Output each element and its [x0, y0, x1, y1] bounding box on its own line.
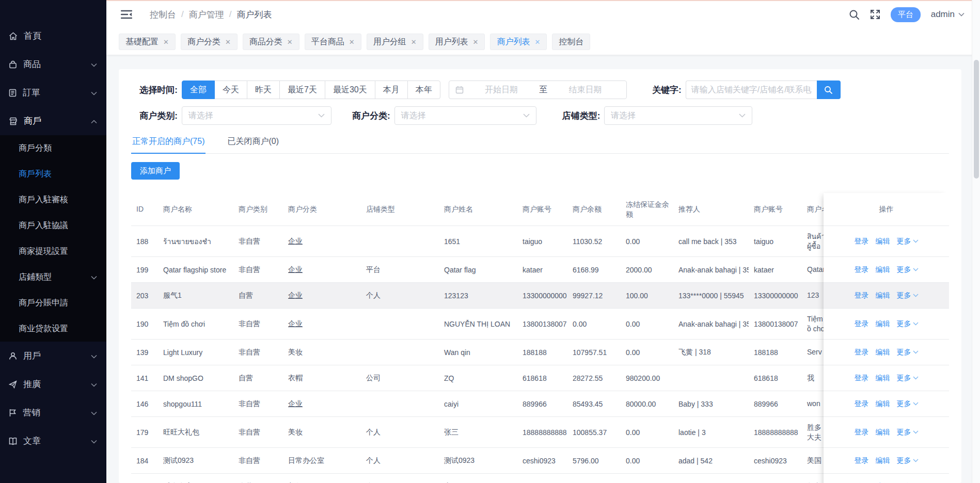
- search-icon[interactable]: [849, 9, 860, 20]
- tab-2[interactable]: 已关闭商户(0): [226, 132, 280, 154]
- user-menu[interactable]: admin: [931, 9, 965, 20]
- table-cell[interactable]: 企业: [283, 291, 361, 300]
- table-cell: DM shopGO: [158, 374, 233, 382]
- login-action-link[interactable]: 登录: [855, 399, 869, 409]
- opened-tag-控制台[interactable]: 控制台: [552, 34, 590, 50]
- close-icon[interactable]: ✕: [163, 38, 169, 46]
- scrollbar-thumb[interactable]: [974, 60, 979, 179]
- login-action-link[interactable]: 登录: [855, 319, 869, 329]
- sidebar-item-2[interactable]: 商品: [0, 50, 106, 78]
- opened-tag-用户分组[interactable]: 用户分组✕: [367, 34, 423, 50]
- table-cell: 我: [802, 373, 824, 383]
- table-cell: 618618: [517, 374, 567, 382]
- more-action-link[interactable]: 更多: [897, 428, 919, 437]
- login-action-link[interactable]: 登录: [855, 237, 869, 246]
- sidebar-item-1[interactable]: 首頁: [0, 22, 106, 50]
- time-range-最近7天[interactable]: 最近7天: [279, 81, 325, 99]
- keyword-input[interactable]: [686, 81, 817, 99]
- tab-1[interactable]: 正常开启的商户(75): [131, 132, 206, 154]
- more-action-link[interactable]: 更多: [897, 265, 919, 275]
- edit-action-link[interactable]: 编辑: [876, 291, 890, 300]
- close-icon[interactable]: ✕: [534, 38, 540, 46]
- goods-icon: [9, 60, 17, 69]
- table-cell[interactable]: 企业: [283, 265, 361, 275]
- more-action-link[interactable]: 更多: [897, 348, 919, 357]
- sidebar-subitem-2[interactable]: 商戶列表: [0, 161, 106, 187]
- time-range-全部[interactable]: 全部: [182, 81, 215, 99]
- edit-action-link[interactable]: 编辑: [876, 237, 890, 246]
- sidebar-item-4[interactable]: 商戶: [0, 107, 106, 135]
- time-filter-row: 选择时间: 全部今天昨天最近7天最近30天本月本年 开始日期 至 结束日期 关键…: [131, 79, 949, 100]
- time-range-昨天[interactable]: 昨天: [247, 81, 280, 99]
- fullscreen-icon[interactable]: [870, 9, 880, 20]
- more-action-link[interactable]: 更多: [897, 456, 919, 465]
- opened-tag-基礎配置[interactable]: 基礎配置✕: [119, 34, 176, 50]
- date-range-picker[interactable]: 开始日期 至 结束日期: [449, 81, 627, 99]
- time-range-今天[interactable]: 今天: [214, 81, 247, 99]
- merchant-type-select[interactable]: 请选择: [182, 106, 331, 125]
- chevron-down-icon: [91, 88, 97, 98]
- sidebar-item-3[interactable]: 訂單: [0, 78, 106, 107]
- sidebar-subitem-6[interactable]: 店鋪類型: [0, 264, 106, 290]
- sidebar-item-8[interactable]: 文章: [0, 427, 106, 455]
- opened-tag-商品分类[interactable]: 商品分类✕: [243, 34, 299, 50]
- login-action-link[interactable]: 登录: [855, 456, 869, 465]
- edit-action-link[interactable]: 编辑: [876, 374, 890, 383]
- login-action-link[interactable]: 登录: [855, 428, 869, 437]
- add-merchant-button[interactable]: 添加商户: [131, 162, 180, 180]
- sidebar-item-7[interactable]: 营销: [0, 398, 106, 427]
- opened-tag-平台商品[interactable]: 平台商品✕: [305, 34, 361, 50]
- sidebar-subitem-8[interactable]: 商业贷款设置: [0, 316, 106, 342]
- edit-action-link[interactable]: 编辑: [876, 265, 890, 275]
- time-range-本年[interactable]: 本年: [407, 81, 440, 99]
- page-scrollbar[interactable]: [972, 0, 980, 483]
- more-action-link[interactable]: 更多: [897, 291, 919, 300]
- table-row: 184测试0923非自营日常办公室个人测试0923ceshi09235796.0…: [131, 448, 824, 474]
- merchant-category-select[interactable]: 请选择: [394, 106, 536, 125]
- login-action-link[interactable]: 登录: [855, 291, 869, 300]
- sidebar-subitem-4[interactable]: 商戶入駐協議: [0, 213, 106, 238]
- opened-tag-用户列表[interactable]: 用户列表✕: [429, 34, 485, 50]
- edit-action-link[interactable]: 编辑: [876, 456, 890, 465]
- close-icon[interactable]: ✕: [287, 38, 293, 46]
- opened-tag-商户分类[interactable]: 商户分类✕: [181, 34, 238, 50]
- edit-action-link[interactable]: 编辑: [876, 319, 890, 329]
- more-action-link[interactable]: 更多: [897, 237, 919, 246]
- table-row: 170乐陶小店自营美妆个人大名05805200300100.000.00388*…: [131, 474, 824, 483]
- opened-tag-商户列表[interactable]: 商户列表✕: [490, 34, 547, 50]
- table-cell[interactable]: 企业: [283, 319, 361, 329]
- login-action-link[interactable]: 登录: [855, 374, 869, 383]
- more-action-link[interactable]: 更多: [897, 399, 919, 409]
- close-icon[interactable]: ✕: [225, 38, 231, 46]
- table-cell: 自营: [233, 374, 283, 383]
- more-action-link[interactable]: 更多: [897, 319, 919, 329]
- login-action-link[interactable]: 登录: [855, 348, 869, 357]
- time-range-本月[interactable]: 本月: [375, 81, 408, 99]
- table-cell[interactable]: 企业: [283, 237, 361, 246]
- sidebar-subitem-5[interactable]: 商家提現設置: [0, 238, 106, 264]
- sidebar-subitem-1[interactable]: 商戶分類: [0, 135, 106, 161]
- breadcrumb-item[interactable]: 商户管理: [189, 9, 224, 21]
- edit-action-link[interactable]: 编辑: [876, 399, 890, 409]
- table-cell: 13800138007: [517, 320, 567, 328]
- sidebar-subitem-7[interactable]: 商戶分賬申請: [0, 290, 106, 316]
- sidebar-item-6[interactable]: 推廣: [0, 370, 106, 398]
- collapse-menu-icon[interactable]: [121, 10, 132, 19]
- sidebar-subitem-3[interactable]: 商戶入駐審核: [0, 187, 106, 213]
- edit-action-link[interactable]: 编辑: [876, 348, 890, 357]
- keyword-search-button[interactable]: [817, 81, 841, 99]
- table-cell: 13300000000: [749, 292, 802, 300]
- table-cell[interactable]: 企业: [283, 399, 361, 409]
- sidebar-item-5[interactable]: 用戶: [0, 342, 106, 370]
- time-range-最近30天[interactable]: 最近30天: [325, 81, 375, 99]
- close-icon[interactable]: ✕: [349, 38, 355, 46]
- table-cell: 美妆: [283, 348, 361, 357]
- breadcrumb-item[interactable]: 控制台: [150, 9, 176, 21]
- store-type-select[interactable]: 请选择: [604, 106, 752, 125]
- table-scroll-area[interactable]: ID商户名称商户类别商户分类店铺类型商户姓名商户账号商户余额冻结保证金余额推荐人…: [131, 193, 824, 483]
- login-action-link[interactable]: 登录: [855, 265, 869, 275]
- edit-action-link[interactable]: 编辑: [876, 428, 890, 437]
- close-icon[interactable]: ✕: [411, 38, 417, 46]
- more-action-link[interactable]: 更多: [897, 374, 919, 383]
- close-icon[interactable]: ✕: [473, 38, 479, 46]
